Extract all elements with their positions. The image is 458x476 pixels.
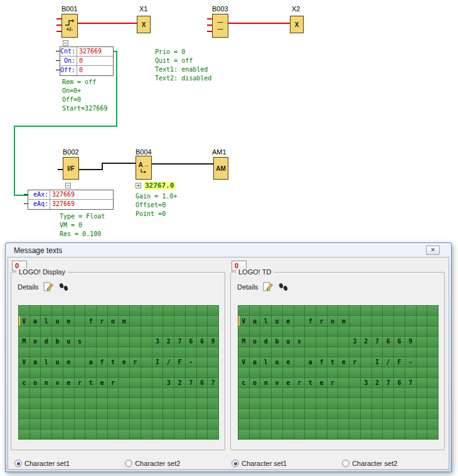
lcd-cell[interactable] xyxy=(383,367,393,377)
lcd-cell[interactable] xyxy=(41,398,51,408)
lcd-cell[interactable]: 6 xyxy=(197,337,208,346)
collapse-expander-b001[interactable]: − xyxy=(63,40,68,46)
lcd-cell[interactable] xyxy=(85,388,96,398)
lcd-cell[interactable]: r xyxy=(328,378,338,387)
lcd-cell[interactable] xyxy=(130,347,141,357)
lcd-cell[interactable] xyxy=(19,409,29,418)
lcd-cell[interactable] xyxy=(108,367,119,377)
lcd-cell[interactable] xyxy=(372,306,383,315)
lcd-cell[interactable] xyxy=(130,316,141,325)
lcd-cell[interactable] xyxy=(63,327,74,336)
lcd-cell[interactable] xyxy=(141,398,152,408)
lcd-cell[interactable] xyxy=(316,409,327,418)
radio-circle[interactable] xyxy=(125,460,132,467)
lcd-cell[interactable] xyxy=(174,316,185,325)
lcd-cell[interactable]: e xyxy=(283,378,294,387)
lcd-cell[interactable] xyxy=(294,398,305,408)
lcd-cell[interactable] xyxy=(294,419,305,428)
lcd-cell[interactable] xyxy=(427,378,438,387)
lcd-cell[interactable] xyxy=(119,409,129,418)
lcd-cell[interactable] xyxy=(186,430,196,439)
lcd-cell[interactable]: r xyxy=(97,316,107,325)
lcd-cell[interactable] xyxy=(85,409,96,418)
lcd-cell[interactable]: v xyxy=(272,378,282,387)
lcd-cell[interactable] xyxy=(272,409,282,418)
lcd-cell[interactable] xyxy=(130,409,141,418)
lcd-cell[interactable] xyxy=(427,327,438,336)
lcd-cell[interactable] xyxy=(208,409,218,418)
lcd-cell[interactable] xyxy=(52,409,63,418)
lcd-cell[interactable] xyxy=(63,409,74,418)
lcd-cell[interactable]: a xyxy=(85,357,96,367)
lcd-cell[interactable]: e xyxy=(63,378,74,387)
block-am1-analog-flag[interactable]: AM xyxy=(213,157,228,180)
lcd-cell[interactable]: V xyxy=(19,316,29,325)
lcd-cell[interactable] xyxy=(338,398,349,408)
lcd-cell[interactable] xyxy=(85,367,96,377)
lcd-cell[interactable] xyxy=(361,347,371,357)
lcd-cell[interactable] xyxy=(163,347,174,357)
lcd-cell[interactable] xyxy=(63,419,74,428)
lcd-cell[interactable] xyxy=(108,327,119,336)
lcd-cell[interactable] xyxy=(417,378,427,387)
lcd-cell[interactable]: / xyxy=(383,357,393,367)
lcd-cell[interactable] xyxy=(417,430,427,439)
lcd-cell[interactable] xyxy=(294,357,305,367)
lcd-cell[interactable] xyxy=(260,419,271,428)
lcd-cell[interactable] xyxy=(163,306,174,315)
lcd-cell[interactable] xyxy=(52,327,63,336)
lcd-cell[interactable] xyxy=(208,316,218,325)
lcd-cell[interactable] xyxy=(238,306,249,315)
lcd-cell[interactable] xyxy=(174,327,185,336)
lcd-cell[interactable]: I xyxy=(372,357,383,367)
lcd-cell[interactable] xyxy=(238,347,249,357)
lcd-cell[interactable] xyxy=(283,419,294,428)
lcd-cell[interactable] xyxy=(30,347,41,357)
lcd-cell[interactable]: a xyxy=(30,357,41,367)
lcd-cell[interactable]: s xyxy=(294,337,305,346)
lcd-cell[interactable] xyxy=(349,306,360,315)
lcd-cell[interactable]: V xyxy=(19,357,29,367)
lcd-cell[interactable] xyxy=(130,337,141,346)
lcd-cell[interactable] xyxy=(108,419,119,428)
lcd-cell[interactable] xyxy=(427,398,438,408)
lcd-cell[interactable] xyxy=(338,378,349,387)
lcd-cell[interactable] xyxy=(394,327,405,336)
lcd-cell[interactable] xyxy=(186,398,196,408)
lcd-cell[interactable]: d xyxy=(41,337,51,346)
lcd-cell[interactable] xyxy=(75,409,85,418)
lcd-cell[interactable] xyxy=(197,347,208,357)
lcd-cell[interactable] xyxy=(19,398,29,408)
lcd-cell[interactable] xyxy=(163,398,174,408)
lcd-cell[interactable]: m xyxy=(119,316,129,325)
lcd-cell[interactable] xyxy=(316,337,327,346)
lcd-cell[interactable] xyxy=(97,367,107,377)
lcd-cell[interactable] xyxy=(316,327,327,336)
lcd-cell[interactable] xyxy=(427,306,438,315)
lcd-cell[interactable] xyxy=(305,398,316,408)
lcd-cell[interactable]: 2 xyxy=(361,337,371,346)
lcd-cell[interactable]: - xyxy=(186,357,196,367)
lcd-cell[interactable] xyxy=(238,388,249,398)
lcd-cell[interactable] xyxy=(163,316,174,325)
lcd-cell[interactable] xyxy=(349,327,360,336)
lcd-cell[interactable] xyxy=(394,316,405,325)
lcd-cell[interactable] xyxy=(130,419,141,428)
lcd-cell[interactable] xyxy=(85,347,96,357)
lcd-cell[interactable] xyxy=(394,306,405,315)
lcd-cell[interactable] xyxy=(238,367,249,377)
lcd-cell[interactable]: 6 xyxy=(197,378,208,387)
lcd-cell[interactable] xyxy=(97,398,107,408)
lcd-cell[interactable] xyxy=(372,327,383,336)
lcd-cell[interactable]: e xyxy=(283,357,294,367)
lcd-cell[interactable] xyxy=(338,367,349,377)
lcd-cell[interactable] xyxy=(405,409,416,418)
radio-circle[interactable] xyxy=(14,460,22,467)
lcd-cell[interactable]: f xyxy=(316,357,327,367)
lcd-cell[interactable] xyxy=(328,327,338,336)
edit-icon[interactable] xyxy=(43,282,54,292)
lcd-cell[interactable] xyxy=(75,306,85,315)
lcd-cell[interactable] xyxy=(427,419,438,428)
lcd-cell[interactable]: u xyxy=(52,357,63,367)
lcd-cell[interactable]: V xyxy=(238,316,249,325)
